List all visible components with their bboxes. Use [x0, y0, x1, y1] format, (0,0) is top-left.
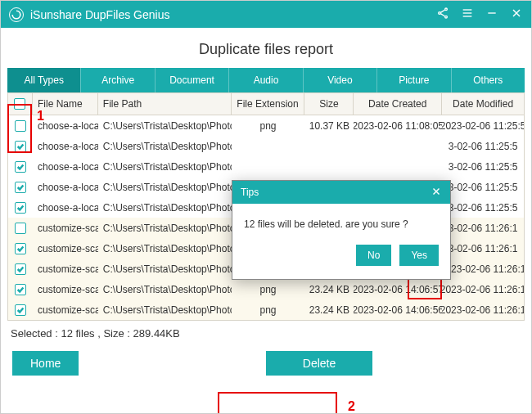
home-button[interactable]: Home — [12, 351, 79, 376]
cell-ext: png — [232, 304, 305, 316]
cell-size: 23.24 KB — [304, 284, 354, 295]
col-header-path[interactable]: File Path — [98, 93, 232, 115]
table-row[interactable]: choose-a-locatC:\Users\Trista\Desktop\Ph… — [8, 136, 524, 156]
cell-date1: 2023-02-06 14:06:56 — [354, 304, 442, 316]
svg-point-0 — [439, 11, 441, 14]
cell-date2: 3-02-06 11:25:5 — [442, 202, 524, 214]
dialog-yes-button[interactable]: Yes — [399, 245, 439, 266]
table-row[interactable]: customize-scaC:\Users\Trista\Desktop\Pho… — [8, 299, 524, 320]
cell-ext: png — [232, 284, 305, 295]
dialog-no-button[interactable]: No — [356, 245, 391, 266]
cell-path: C:\Users\Trista\Desktop\Photo — [98, 304, 232, 316]
cell-path: C:\Users\Trista\Desktop\Photo — [98, 284, 232, 295]
table-row[interactable]: choose-a-locatC:\Users\Trista\Desktop\Ph… — [8, 115, 524, 136]
row-checkbox[interactable] — [15, 202, 26, 214]
confirm-dialog: Tips 12 files will be deleted. are you s… — [232, 180, 451, 280]
table-row[interactable]: customize-scaC:\Users\Trista\Desktop\Pho… — [8, 279, 524, 299]
tab-document[interactable]: Document — [156, 68, 228, 92]
cell-date1: 2023-02-06 14:06:57 — [354, 284, 442, 295]
cell-path: C:\Users\Trista\Desktop\Photo — [98, 182, 232, 193]
cell-date2: 3-02-06 11:26:1 — [442, 223, 524, 234]
cell-name: choose-a-locat — [33, 161, 98, 173]
cell-size: 10.37 KB — [304, 120, 354, 132]
tab-others[interactable]: Others — [452, 68, 525, 92]
row-checkbox[interactable] — [15, 182, 26, 193]
app-logo-icon — [9, 7, 24, 22]
col-header-name[interactable]: File Name — [33, 93, 98, 115]
type-tabs: All TypesArchiveDocumentAudioVideoPictur… — [7, 68, 525, 92]
marker-box-delete — [218, 392, 337, 414]
cell-date2: 2023-02-06 11:26:1 — [442, 284, 524, 295]
page-title: Duplicate files report — [1, 28, 531, 68]
cell-date1: 2023-02-06 11:08:05 — [354, 120, 442, 132]
row-checkbox[interactable] — [15, 243, 26, 254]
delete-button[interactable]: Delete — [266, 351, 372, 376]
dialog-title: Tips — [241, 187, 259, 198]
col-header-size[interactable]: Size — [304, 93, 354, 115]
row-checkbox[interactable] — [15, 304, 26, 316]
cell-path: C:\Users\Trista\Desktop\Photo — [98, 243, 232, 254]
cell-name: customize-sca — [33, 263, 98, 275]
app-title: iSunshare DupFiles Genius — [30, 8, 436, 21]
col-header-date2[interactable]: Date Modified — [442, 93, 524, 115]
minimize-icon[interactable] — [485, 7, 498, 23]
share-icon[interactable] — [436, 7, 449, 23]
row-checkbox[interactable] — [15, 284, 26, 295]
tab-archive[interactable]: Archive — [81, 68, 154, 92]
row-checkbox[interactable] — [15, 263, 26, 275]
cell-date2: 2023-02-06 11:26:1 — [442, 304, 524, 316]
dialog-message: 12 files will be deleted. are you sure ? — [232, 204, 450, 245]
col-header-date1[interactable]: Date Created — [354, 93, 442, 115]
cell-name: customize-sca — [33, 304, 98, 316]
row-checkbox[interactable] — [15, 141, 26, 152]
cell-size: 23.24 KB — [304, 304, 354, 316]
cell-path: C:\Users\Trista\Desktop\Photo — [98, 161, 232, 173]
table-row[interactable]: choose-a-locatC:\Users\Trista\Desktop\Ph… — [8, 156, 524, 177]
cell-path: C:\Users\Trista\Desktop\Photo — [98, 263, 232, 275]
cell-name: choose-a-locat — [33, 120, 98, 132]
cell-name: customize-sca — [33, 284, 98, 295]
cell-date2: 2023-02-06 11:25:5 — [442, 120, 524, 132]
cell-path: C:\Users\Trista\Desktop\Photo — [98, 223, 232, 234]
row-checkbox[interactable] — [15, 223, 26, 234]
svg-point-1 — [445, 8, 448, 11]
close-icon[interactable] — [510, 7, 523, 23]
cell-date2: 2023-02-06 11:26:1 — [442, 263, 524, 275]
row-checkbox[interactable] — [15, 120, 26, 132]
tab-audio[interactable]: Audio — [229, 68, 302, 92]
svg-line-4 — [440, 13, 444, 16]
cell-name: choose-a-locat — [33, 202, 98, 214]
marker-2: 2 — [348, 399, 355, 414]
menu-icon[interactable] — [461, 7, 474, 23]
row-checkbox[interactable] — [15, 161, 26, 173]
select-all-checkbox[interactable] — [14, 98, 25, 110]
tab-all-types[interactable]: All Types — [7, 68, 80, 92]
status-bar: Selected : 12 files , Size : 289.44KB — [9, 324, 523, 343]
tab-video[interactable]: Video — [304, 68, 376, 92]
cell-date2: 3-02-06 11:25:5 — [442, 161, 524, 173]
cell-date2: 3-02-06 11:26:1 — [442, 243, 524, 254]
cell-name: customize-sca — [33, 243, 98, 254]
table-header: File Name File Path File Extension Size … — [7, 92, 525, 115]
svg-line-3 — [440, 10, 444, 12]
cell-date2: 3-02-06 11:25:5 — [442, 141, 524, 152]
cell-name: choose-a-locat — [33, 182, 98, 193]
col-header-ext[interactable]: File Extension — [232, 93, 305, 115]
cell-path: C:\Users\Trista\Desktop\Photo — [98, 202, 232, 214]
cell-path: C:\Users\Trista\Desktop\Photo — [98, 141, 232, 152]
svg-point-2 — [445, 16, 448, 18]
cell-ext: png — [232, 120, 305, 132]
tab-picture[interactable]: Picture — [377, 68, 450, 92]
cell-date2: 3-02-06 11:25:5 — [442, 182, 524, 193]
cell-path: C:\Users\Trista\Desktop\Photo — [98, 120, 232, 132]
dialog-close-icon[interactable] — [431, 186, 442, 200]
cell-name: choose-a-locat — [33, 141, 98, 152]
titlebar: iSunshare DupFiles Genius — [1, 1, 531, 28]
cell-name: customize-sca — [33, 223, 98, 234]
